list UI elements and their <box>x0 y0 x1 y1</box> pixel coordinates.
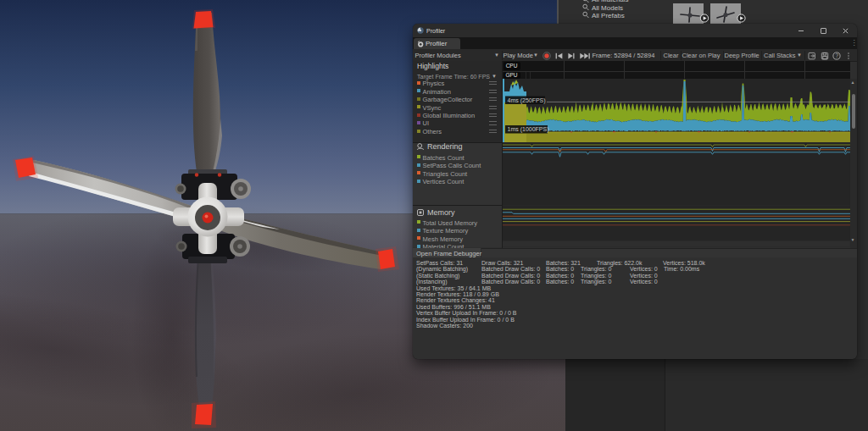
svg-text:All Prefabs: All Prefabs <box>592 12 625 19</box>
svg-text:?: ? <box>835 52 838 58</box>
svg-text:All Materials: All Materials <box>592 0 629 3</box>
svg-text:All Models: All Models <box>592 4 623 12</box>
svg-text:4ms (250FPS): 4ms (250FPS) <box>507 97 545 104</box>
svg-text:1ms (1000FPS): 1ms (1000FPS) <box>507 126 548 133</box>
